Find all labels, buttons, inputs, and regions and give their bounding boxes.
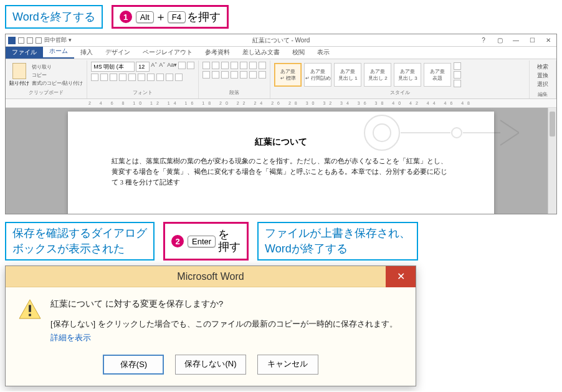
user-account[interactable]: 田中哲郎 ▾ — [44, 36, 72, 44]
numbering-icon[interactable] — [212, 62, 219, 69]
tab-insert[interactable]: 挿入 — [74, 46, 99, 59]
tab-references[interactable]: 参考資料 — [199, 46, 236, 59]
align-right-icon[interactable] — [221, 71, 229, 79]
superscript-icon[interactable] — [138, 74, 145, 81]
showmarks-icon[interactable] — [259, 62, 266, 69]
callout-result-l2: Wordが終了する — [265, 241, 348, 257]
font-size-select[interactable]: 12 — [136, 62, 150, 72]
tab-home[interactable]: ホーム — [43, 45, 74, 59]
ribbon-tabs: ファイル ホーム 挿入 デザイン ページレイアウト 参考資料 差し込み文書 校閲… — [6, 47, 556, 59]
dialog-close-button[interactable]: ✕ — [386, 266, 416, 287]
maximize-button[interactable]: ☐ — [524, 35, 540, 46]
replace-button[interactable]: 置換 — [537, 72, 548, 80]
paragraph-group-label: 段落 — [202, 89, 266, 96]
styles-row-up-icon[interactable] — [454, 62, 461, 70]
ruby-icon[interactable] — [178, 62, 186, 69]
indent-dec-icon[interactable] — [231, 62, 238, 69]
style-heading3[interactable]: あア亜 見出し 3 — [394, 63, 421, 87]
style-title[interactable]: あア亜 表題 — [424, 63, 451, 87]
warning-icon — [18, 299, 42, 320]
minimize-button[interactable]: — — [508, 35, 524, 46]
dialog-message: 紅葉について に対する変更を保存しますか? — [50, 299, 403, 310]
subscript-icon[interactable] — [128, 74, 136, 81]
format-painter-button[interactable]: 書式のコピー/貼り付け — [32, 80, 83, 87]
select-button[interactable]: 選択 — [537, 80, 548, 88]
callout-title-text: Wordを終了する — [12, 9, 95, 24]
indent-inc-icon[interactable] — [240, 62, 247, 69]
dont-save-button[interactable]: 保存しない(N) — [175, 355, 245, 375]
word-icon — [8, 37, 16, 44]
styles-row-down-icon[interactable] — [454, 71, 461, 79]
style-sample: あア亜 — [340, 68, 355, 75]
char-border-icon[interactable] — [187, 62, 194, 69]
close-button[interactable]: ✕ — [540, 35, 556, 46]
cancel-button[interactable]: キャンセル — [257, 355, 318, 375]
ruler: 2 4 6 8 10 12 14 16 18 20 22 24 26 28 30… — [6, 99, 556, 108]
shading-icon[interactable] — [249, 71, 257, 79]
save-button[interactable]: 保存(S) — [103, 355, 164, 375]
find-button[interactable]: 検索 — [537, 63, 548, 71]
step1-suffix: を押す — [187, 9, 221, 24]
ribbon-group-editing: 検索 置換 選択 編集 — [530, 60, 556, 98]
copy-button[interactable]: コピー — [32, 72, 83, 79]
callout-step1: 1 Alt ＋ F4 を押す — [112, 5, 229, 29]
style-heading2[interactable]: あア亜 見出し 2 — [364, 63, 391, 87]
borders-icon[interactable] — [259, 71, 266, 79]
font-name-select[interactable]: MS 明朝 (本 — [91, 62, 135, 72]
style-heading1[interactable]: あア亜 見出し 1 — [334, 63, 361, 87]
ribbon-group-styles: あア亜 ↵ 標準 あア亜 ↵ 行間詰め あア亜 見出し 1 あア亜 見出し 2 … — [270, 60, 530, 98]
tab-review[interactable]: 校閲 — [286, 46, 311, 59]
align-left-icon[interactable] — [202, 71, 210, 79]
qat-undo-icon[interactable] — [27, 37, 33, 44]
tab-file[interactable]: ファイル — [6, 46, 43, 59]
key-alt: Alt — [136, 11, 154, 23]
callout-step2: 2 Enter を 押す — [163, 222, 249, 261]
highlight-icon[interactable] — [156, 74, 164, 81]
document-area[interactable]: 紅葉について 紅葉とは、落葉広葉樹の葉の色が変わる現象のことを指す。ただし、葉の… — [6, 108, 556, 214]
clipboard-group-label: クリップボード — [9, 89, 83, 96]
qat-save-icon[interactable] — [18, 37, 24, 44]
doc-title: 紅葉について — [112, 136, 450, 148]
tab-design[interactable]: デザイン — [99, 46, 136, 59]
editing-group-label: 編集 — [533, 91, 552, 98]
vertical-scrollbar[interactable] — [548, 108, 556, 214]
style-sample: あア亜 — [310, 68, 325, 75]
key-plus: ＋ — [155, 9, 166, 24]
italic-icon[interactable] — [100, 74, 108, 81]
step2-suffix-l2: 押す — [218, 241, 241, 254]
callout-dialog-shown-l2: ボックスが表示された — [12, 241, 125, 257]
callout-title: Wordを終了する — [5, 5, 103, 29]
ribbon-group-paragraph: 段落 — [199, 60, 270, 98]
linespacing-icon[interactable] — [240, 71, 247, 79]
style-normal[interactable]: あア亜 ↵ 標準 — [274, 63, 302, 87]
multilevel-icon[interactable] — [221, 62, 229, 69]
ribbon-collapse-button[interactable]: ▢ — [492, 35, 508, 46]
help-button[interactable]: ? — [475, 35, 492, 46]
fontcolor-icon[interactable] — [166, 74, 173, 81]
tab-view[interactable]: 表示 — [311, 46, 336, 59]
underline-icon[interactable] — [110, 74, 117, 81]
sort-icon[interactable] — [249, 62, 257, 69]
strike-icon[interactable] — [119, 74, 126, 81]
style-nospacing[interactable]: あア亜 ↵ 行間詰め — [304, 63, 331, 87]
style-sample: あア亜 — [370, 68, 385, 75]
font-group-label: フォント — [91, 89, 194, 96]
texteffect-icon[interactable] — [147, 74, 155, 81]
step2-number: 2 — [171, 235, 184, 247]
align-center-icon[interactable] — [212, 71, 219, 79]
paste-icon[interactable] — [12, 63, 26, 79]
svg-rect-4 — [29, 305, 31, 312]
bullets-icon[interactable] — [202, 62, 210, 69]
dialog-details-link[interactable]: 詳細を表示 — [50, 333, 91, 342]
callout-result: ファイルが上書き保存され、 Wordが終了する — [257, 222, 418, 261]
bold-icon[interactable] — [91, 74, 98, 81]
cut-button[interactable]: 切り取り — [32, 64, 83, 70]
styles-more-icon[interactable] — [454, 80, 461, 87]
qat-redo-icon[interactable] — [36, 37, 42, 44]
charshade-icon[interactable] — [175, 74, 183, 81]
tab-mailings[interactable]: 差し込み文書 — [236, 46, 286, 59]
tab-layout[interactable]: ページレイアウト — [136, 46, 199, 59]
scrollbar-thumb[interactable] — [550, 112, 555, 136]
align-justify-icon[interactable] — [231, 71, 238, 79]
style-nospacing-label: ↵ 行間詰め — [305, 75, 331, 82]
